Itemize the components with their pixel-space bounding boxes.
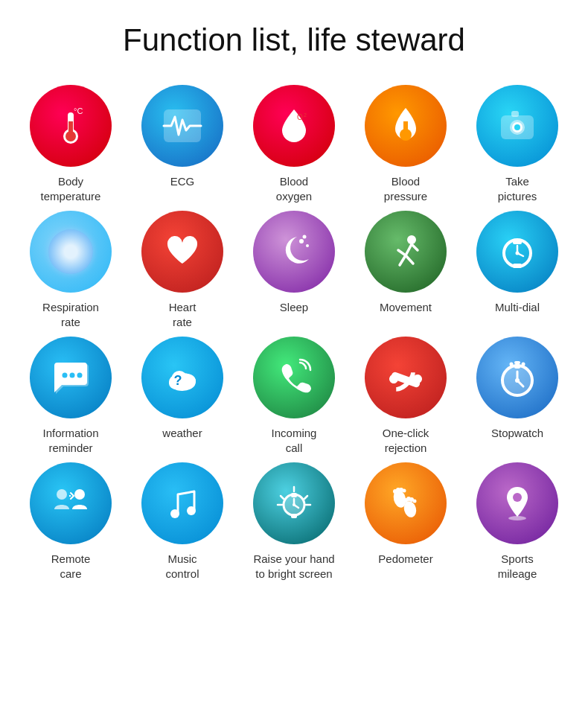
item-remote-care: Remotecare — [19, 462, 123, 581]
icon-pedometer — [365, 462, 447, 544]
svg-point-78 — [508, 516, 526, 520]
item-multi-dial: Multi-dial — [465, 211, 569, 329]
svg-point-47 — [515, 378, 520, 383]
label-movement: Movement — [380, 300, 432, 315]
function-grid: °C Bodytemperature ECG O2 Bloodoxygen Bl… — [19, 85, 569, 581]
svg-point-52 — [74, 489, 85, 500]
icon-info-reminder — [30, 337, 112, 418]
label-respiration: Respirationrate — [42, 300, 99, 329]
icon-raise-hand — [253, 462, 335, 544]
icon-movement — [365, 211, 447, 293]
label-pedometer: Pedometer — [378, 552, 432, 567]
icon-multi-dial — [476, 211, 558, 293]
item-movement: Movement — [354, 211, 458, 329]
icon-sleep — [253, 211, 335, 293]
svg-rect-15 — [511, 111, 519, 117]
item-sleep: Sleep — [242, 211, 346, 329]
item-blood-oxygen: O2 Bloodoxygen — [242, 85, 346, 203]
icon-music-control — [141, 462, 223, 544]
svg-rect-27 — [513, 264, 522, 268]
svg-point-72 — [403, 489, 406, 493]
icon-stopwatch — [476, 337, 558, 418]
svg-point-16 — [299, 239, 304, 243]
svg-point-66 — [293, 503, 295, 506]
svg-point-19 — [407, 235, 416, 244]
svg-text:O: O — [297, 113, 303, 121]
icon-body-temp: °C — [30, 85, 112, 167]
item-stopwatch: Stopwatch — [465, 337, 569, 455]
svg-point-32 — [70, 373, 75, 378]
icon-weather: ? — [141, 337, 223, 418]
svg-line-24 — [412, 244, 418, 250]
item-heart-rate: Heartrate — [130, 211, 234, 329]
item-one-click-rejection: One-clickrejection — [354, 337, 458, 455]
item-pedometer: Pedometer — [354, 462, 458, 581]
label-blood-pressure: Bloodpressure — [384, 174, 427, 203]
svg-point-18 — [303, 235, 307, 239]
svg-point-50 — [522, 363, 525, 366]
svg-point-76 — [413, 500, 417, 503]
svg-text:2: 2 — [304, 112, 307, 118]
icon-blood-oxygen: O2 — [253, 85, 335, 167]
svg-rect-58 — [291, 514, 297, 518]
svg-point-51 — [57, 489, 67, 500]
svg-line-20 — [406, 244, 412, 255]
item-take-pictures: Takepictures — [465, 85, 569, 203]
item-incoming-call: Incomingcall — [242, 337, 346, 455]
icon-heart-rate — [141, 211, 223, 293]
svg-line-60 — [304, 496, 307, 499]
item-blood-pressure: Bloodpressure — [354, 85, 458, 203]
label-weather: weather — [162, 426, 202, 441]
label-sleep: Sleep — [280, 300, 308, 315]
icon-incoming-call — [253, 337, 335, 418]
item-info-reminder: Informationreminder — [19, 337, 123, 455]
item-body-temp: °C Bodytemperature — [19, 85, 123, 203]
label-ecg: ECG — [170, 174, 195, 189]
svg-text:?: ? — [174, 373, 182, 388]
svg-line-21 — [398, 250, 406, 255]
icon-blood-pressure — [365, 85, 447, 167]
icon-ecg — [141, 85, 223, 167]
icon-respiration — [30, 211, 112, 293]
svg-point-49 — [510, 363, 514, 366]
svg-point-77 — [513, 493, 522, 502]
item-respiration: Respirationrate — [19, 211, 123, 329]
svg-line-62 — [281, 496, 284, 499]
label-blood-oxygen: Bloodoxygen — [276, 174, 312, 203]
icon-remote-care — [30, 462, 112, 544]
page-title: Function list, life steward — [123, 22, 465, 58]
icon-sports-mileage — [476, 462, 558, 544]
item-sports-mileage: Sportsmileage — [465, 462, 569, 581]
svg-point-30 — [516, 252, 520, 255]
icon-one-click-rejection — [365, 337, 447, 418]
svg-point-33 — [77, 373, 83, 378]
item-weather: ? weather — [130, 337, 234, 455]
svg-point-31 — [63, 373, 68, 378]
svg-point-17 — [306, 244, 309, 247]
label-heart-rate: Heartrate — [169, 300, 196, 329]
label-remote-care: Remotecare — [51, 552, 91, 581]
label-take-pictures: Takepictures — [498, 174, 537, 203]
svg-rect-26 — [513, 240, 522, 244]
label-body-temp: Bodytemperature — [41, 174, 101, 203]
item-raise-hand: Raise your handto bright screen — [242, 462, 346, 581]
svg-line-22 — [400, 255, 406, 265]
label-sports-mileage: Sportsmileage — [498, 552, 537, 581]
svg-point-55 — [187, 506, 196, 515]
svg-rect-10 — [403, 121, 408, 135]
svg-rect-57 — [291, 493, 297, 497]
label-raise-hand: Raise your handto bright screen — [253, 552, 334, 581]
icon-take-pictures — [476, 85, 558, 167]
label-incoming-call: Incomingcall — [272, 426, 317, 455]
svg-text:°C: °C — [74, 106, 83, 115]
label-info-reminder: Informationreminder — [42, 426, 98, 455]
svg-line-23 — [406, 255, 413, 264]
label-stopwatch: Stopwatch — [491, 426, 543, 441]
svg-rect-48 — [514, 361, 520, 364]
label-music-control: Musiccontrol — [165, 552, 199, 581]
label-one-click-rejection: One-clickrejection — [383, 426, 429, 455]
svg-point-54 — [170, 509, 179, 518]
label-multi-dial: Multi-dial — [495, 300, 540, 315]
svg-rect-4 — [68, 121, 73, 136]
item-ecg: ECG — [130, 85, 234, 203]
